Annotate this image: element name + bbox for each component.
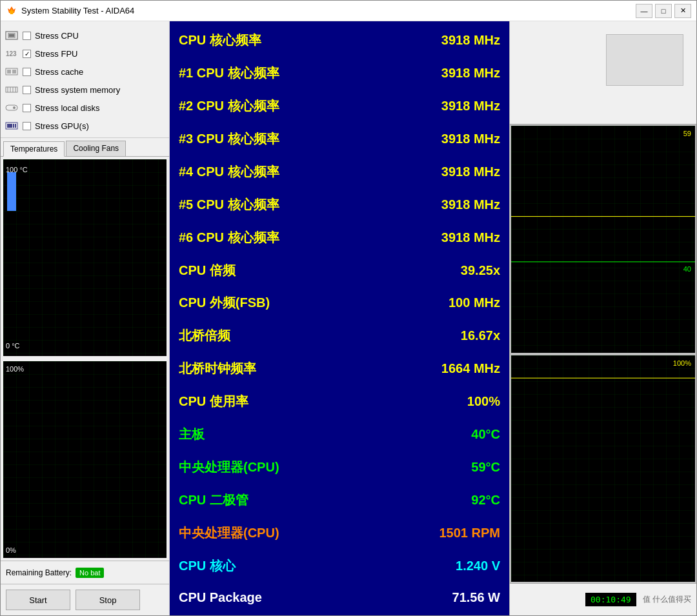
data-row-2: #2 CPU 核心频率3918 MHz: [175, 95, 504, 117]
main-window: System Stability Test - AIDA64 — □ ✕: [0, 0, 697, 616]
content-area: Stress CPU 123 Stress FPU: [1, 21, 696, 615]
data-label-8: CPU 外频(FSB): [179, 294, 270, 312]
right-upper-label-40: 40: [683, 265, 691, 273]
right-charts: 59 40 100%: [510, 124, 696, 583]
data-label-6: #6 CPU 核心频率: [179, 229, 279, 246]
right-bottom-bar: 00:10:49 值 什么值得买: [510, 583, 696, 615]
battery-value: No bat: [76, 568, 104, 578]
data-row-13: 中央处理器(CPU)59°C: [175, 457, 504, 478]
svg-rect-25: [511, 355, 695, 582]
svg-point-15: [13, 106, 15, 109]
data-label-13: 中央处理器(CPU): [179, 459, 279, 476]
temp-max-label: 100 °C: [6, 166, 28, 174]
svg-rect-22: [511, 126, 695, 353]
stress-cache-item: Stress cache: [5, 63, 165, 81]
data-row-6: #6 CPU 核心频率3918 MHz: [175, 227, 504, 248]
data-value-11: 100%: [467, 394, 500, 409]
stress-disks-item: Stress local disks: [5, 99, 165, 117]
stress-cpu-item: Stress CPU: [5, 26, 165, 45]
stress-gpu-item: Stress GPU(s): [5, 117, 165, 135]
stress-cpu-checkbox[interactable]: [23, 32, 31, 40]
close-button[interactable]: ✕: [674, 4, 691, 18]
temperature-bar: [7, 172, 16, 211]
tab-cooling-fans[interactable]: Cooling Fans: [66, 141, 126, 156]
stress-cache-checkbox[interactable]: [23, 68, 31, 76]
data-value-3: 3918 MHz: [441, 132, 500, 146]
action-buttons: Start Stop: [1, 584, 169, 615]
app-icon: [6, 5, 17, 17]
stop-button[interactable]: Stop: [76, 590, 140, 610]
stress-fpu-item: 123 Stress FPU: [5, 45, 165, 63]
temperature-chart: 100 °C 0 °C: [3, 159, 167, 356]
data-label-1: #1 CPU 核心频率: [179, 65, 279, 82]
usage-min-label: 0%: [6, 546, 16, 554]
gpu-icon: [5, 121, 19, 131]
svg-rect-21: [3, 361, 167, 558]
data-value-10: 1664 MHz: [441, 361, 500, 376]
maximize-button[interactable]: □: [655, 4, 672, 18]
battery-label: Remaining Battery:: [6, 568, 72, 577]
left-panel: Stress CPU 123 Stress FPU: [1, 21, 170, 615]
stress-gpu-label: Stress GPU(s): [35, 121, 89, 131]
data-label-3: #3 CPU 核心频率: [179, 130, 279, 148]
stress-disks-label: Stress local disks: [35, 103, 99, 113]
stress-memory-label: Stress system memory: [35, 85, 120, 95]
battery-area: Remaining Battery: No bat: [1, 561, 169, 584]
svg-text:123: 123: [6, 50, 17, 57]
cache-icon: [5, 66, 19, 77]
data-row-8: CPU 外频(FSB)100 MHz: [175, 292, 504, 313]
data-value-8: 100 MHz: [449, 295, 500, 310]
tab-temperatures[interactable]: Temperatures: [3, 141, 65, 157]
data-value-16: 1.240 V: [456, 559, 500, 573]
svg-rect-4: [9, 34, 14, 37]
data-label-7: CPU 倍频: [179, 262, 236, 279]
data-row-1: #1 CPU 核心频率3918 MHz: [175, 63, 504, 84]
right-lower-label-100: 100%: [673, 359, 691, 367]
data-label-4: #4 CPU 核心频率: [179, 163, 279, 181]
right-top-area: [510, 21, 696, 124]
data-row-0: CPU 核心频率3918 MHz: [175, 30, 504, 51]
data-label-0: CPU 核心频率: [179, 32, 261, 49]
data-label-14: CPU 二极管: [179, 492, 248, 509]
svg-marker-1: [9, 8, 14, 14]
right-upper-label-59: 59: [683, 130, 691, 137]
data-value-0: 3918 MHz: [441, 33, 500, 48]
stress-cache-label: Stress cache: [35, 67, 83, 77]
right-lower-grid: [511, 355, 695, 582]
stress-cpu-label: Stress CPU: [35, 31, 79, 41]
data-label-9: 北桥倍频: [179, 327, 230, 344]
usage-chart: 100% 0%: [3, 361, 167, 558]
data-row-4: #4 CPU 核心频率3918 MHz: [175, 161, 504, 183]
data-label-11: CPU 使用率: [179, 393, 248, 410]
svg-rect-7: [7, 70, 11, 74]
data-value-2: 3918 MHz: [441, 99, 500, 114]
right-panel: 59 40 100% 00:10:49 值 什么值得买: [509, 21, 696, 615]
right-upper-grid: [511, 126, 695, 353]
data-value-17: 71.56 W: [452, 590, 500, 605]
temp-min-label: 0 °C: [6, 342, 20, 350]
title-bar: System Stability Test - AIDA64 — □ ✕: [1, 1, 696, 21]
stress-gpu-checkbox[interactable]: [23, 122, 31, 130]
temp-chart-grid: [3, 159, 167, 356]
usage-chart-grid: [3, 361, 167, 558]
timer-display: 00:10:49: [585, 593, 636, 606]
stress-fpu-checkbox[interactable]: [23, 50, 31, 58]
stress-memory-checkbox[interactable]: [23, 86, 31, 94]
data-row-17: CPU Package71.56 W: [175, 588, 504, 607]
svg-rect-8: [12, 70, 16, 74]
right-chart-lower: 100%: [511, 355, 695, 582]
data-value-5: 3918 MHz: [441, 197, 500, 212]
start-button[interactable]: Start: [6, 590, 70, 610]
data-label-2: #2 CPU 核心频率: [179, 97, 279, 115]
charts-area: 100 °C 0 °C 100% 0%: [1, 157, 169, 561]
data-row-10: 北桥时钟频率1664 MHz: [175, 358, 504, 379]
data-row-3: #3 CPU 核心频率3918 MHz: [175, 128, 504, 150]
minimize-button[interactable]: —: [636, 4, 652, 18]
right-chart-upper: 59 40: [511, 126, 695, 353]
data-row-12: 主板40°C: [175, 424, 504, 445]
stress-options: Stress CPU 123 Stress FPU: [1, 21, 169, 138]
data-value-9: 16.67x: [461, 328, 500, 343]
stress-disks-checkbox[interactable]: [23, 104, 31, 112]
stress-memory-item: Stress system memory: [5, 81, 165, 99]
data-value-14: 92°C: [471, 493, 500, 508]
